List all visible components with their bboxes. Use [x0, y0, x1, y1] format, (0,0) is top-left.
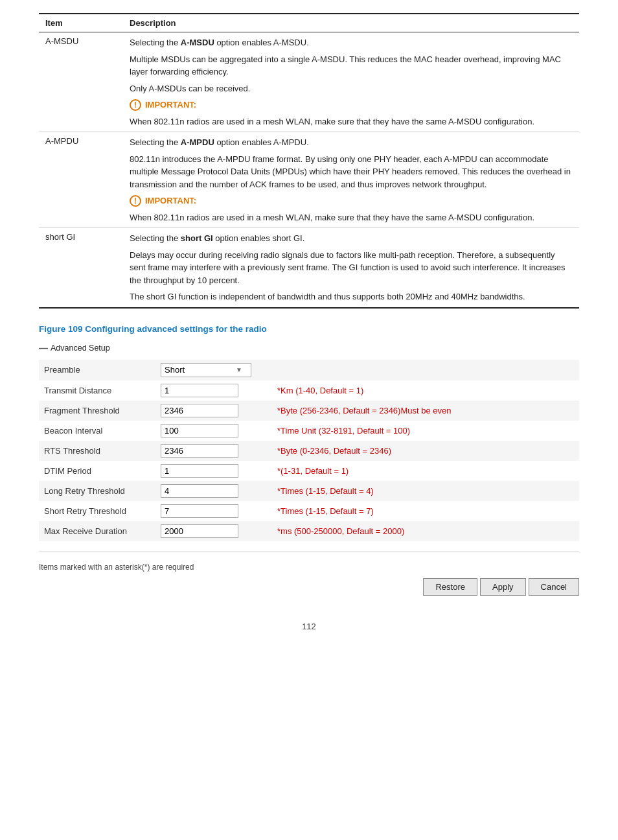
table-header-item: Item	[39, 14, 123, 32]
long-retry-threshold-input[interactable]	[161, 484, 238, 498]
advanced-setup-section: — Advanced Setup Preamble Short Long ▼	[39, 343, 579, 541]
form-field-beacon-interval[interactable]	[155, 421, 272, 441]
important-icon: !	[130, 99, 141, 111]
desc-para: Selecting the A-MPDU option enables A-MP…	[130, 136, 573, 149]
desc-para: Delays may occur during receiving radio …	[130, 249, 573, 287]
table-header-description: Description	[123, 14, 579, 32]
cancel-button[interactable]: Cancel	[529, 578, 579, 596]
button-row: Restore Apply Cancel	[39, 578, 579, 596]
form-row-dtim-period: DTIM Period *(1-31, Default = 1)	[39, 461, 579, 481]
apply-button[interactable]: Apply	[480, 578, 526, 596]
form-label-transmit-distance: Transmit Distance	[39, 380, 155, 401]
desc-para: Selecting the A-MSDU option enables A-MS…	[130, 36, 573, 49]
transmit-distance-input[interactable]	[161, 384, 238, 397]
form-hint-preamble	[272, 360, 579, 380]
form-hint-max-receive-duration: *ms (500-250000, Default = 2000)	[272, 521, 579, 541]
page-number: 112	[39, 622, 579, 631]
section-collapse-icon[interactable]: —	[39, 343, 48, 353]
form-label-long-retry-threshold: Long Retry Threshold	[39, 481, 155, 501]
dtim-period-input[interactable]	[161, 464, 238, 478]
description-table: Item Description A-MSDU Selecting the A-…	[39, 13, 579, 309]
form-row-fragment-threshold: Fragment Threshold *Byte (256-2346, Defa…	[39, 401, 579, 421]
form-hint-beacon-interval: *Time Unit (32-8191, Default = 100)	[272, 421, 579, 441]
form-label-max-receive-duration: Max Receive Duration	[39, 521, 155, 541]
desc-para: 802.11n introduces the A-MPDU frame form…	[130, 153, 573, 191]
chevron-down-icon: ▼	[233, 364, 246, 377]
form-label-preamble: Preamble	[39, 360, 155, 380]
form-hint-long-retry-threshold: *Times (1-15, Default = 4)	[272, 481, 579, 501]
desc-para: Multiple MSDUs can be aggregated into a …	[130, 53, 573, 78]
form-hint-transmit-distance: *Km (1-40, Default = 1)	[272, 380, 579, 401]
form-field-preamble[interactable]: Short Long ▼	[155, 360, 272, 380]
form-table: Preamble Short Long ▼ Transmit Distance	[39, 360, 579, 541]
important-label: IMPORTANT:	[145, 194, 196, 207]
form-field-fragment-threshold[interactable]	[155, 401, 272, 421]
form-field-dtim-period[interactable]	[155, 461, 272, 481]
table-row: A-MSDU Selecting the A-MSDU option enabl…	[39, 32, 579, 132]
item-ampdu: A-MPDU	[39, 132, 123, 228]
figure-title: Figure 109 Configuring advanced settings…	[39, 324, 579, 334]
desc-short-gi: Selecting the short GI option enables sh…	[123, 228, 579, 308]
item-short-gi: short GI	[39, 228, 123, 308]
important-box: ! IMPORTANT:	[130, 194, 573, 207]
preamble-select[interactable]: Short Long	[161, 364, 233, 376]
desc-para: The short GI function is independent of …	[130, 290, 573, 303]
form-hint-short-retry-threshold: *Times (1-15, Default = 7)	[272, 501, 579, 521]
required-note: Items marked with an asterisk(*) are req…	[39, 563, 579, 572]
section-label: Advanced Setup	[51, 344, 110, 353]
form-label-short-retry-threshold: Short Retry Threshold	[39, 501, 155, 521]
form-label-dtim-period: DTIM Period	[39, 461, 155, 481]
restore-button[interactable]: Restore	[423, 578, 477, 596]
form-label-beacon-interval: Beacon Interval	[39, 421, 155, 441]
table-row: short GI Selecting the short GI option e…	[39, 228, 579, 308]
form-row-transmit-distance: Transmit Distance *Km (1-40, Default = 1…	[39, 380, 579, 401]
form-hint-fragment-threshold: *Byte (256-2346, Default = 2346)Must be …	[272, 401, 579, 421]
rts-threshold-input[interactable]	[161, 444, 238, 458]
preamble-select-wrapper[interactable]: Short Long ▼	[161, 363, 251, 377]
desc-amsdu: Selecting the A-MSDU option enables A-MS…	[123, 32, 579, 132]
form-field-max-receive-duration[interactable]	[155, 521, 272, 541]
desc-para: Selecting the short GI option enables sh…	[130, 232, 573, 245]
table-row: A-MPDU Selecting the A-MPDU option enabl…	[39, 132, 579, 228]
form-field-short-retry-threshold[interactable]	[155, 501, 272, 521]
form-field-rts-threshold[interactable]	[155, 441, 272, 461]
important-box: ! IMPORTANT:	[130, 99, 573, 111]
form-row-short-retry-threshold: Short Retry Threshold *Times (1-15, Defa…	[39, 501, 579, 521]
important-label: IMPORTANT:	[145, 99, 196, 111]
form-row-long-retry-threshold: Long Retry Threshold *Times (1-15, Defau…	[39, 481, 579, 501]
form-label-fragment-threshold: Fragment Threshold	[39, 401, 155, 421]
form-field-long-retry-threshold[interactable]	[155, 481, 272, 501]
form-row-preamble: Preamble Short Long ▼	[39, 360, 579, 380]
form-row-max-receive-duration: Max Receive Duration *ms (500-250000, De…	[39, 521, 579, 541]
desc-para: Only A-MSDUs can be received.	[130, 82, 573, 95]
item-amsdu: A-MSDU	[39, 32, 123, 132]
section-header: — Advanced Setup	[39, 343, 579, 353]
important-icon: !	[130, 195, 141, 207]
desc-ampdu: Selecting the A-MPDU option enables A-MP…	[123, 132, 579, 228]
form-field-transmit-distance[interactable]	[155, 380, 272, 401]
fragment-threshold-input[interactable]	[161, 404, 238, 417]
desc-para: When 802.11n radios are used in a mesh W…	[130, 211, 573, 224]
form-label-rts-threshold: RTS Threshold	[39, 441, 155, 461]
short-retry-threshold-input[interactable]	[161, 504, 238, 518]
divider	[39, 552, 579, 552]
desc-para: When 802.11n radios are used in a mesh W…	[130, 115, 573, 128]
form-hint-rts-threshold: *Byte (0-2346, Default = 2346)	[272, 441, 579, 461]
beacon-interval-input[interactable]	[161, 424, 238, 438]
form-hint-dtim-period: *(1-31, Default = 1)	[272, 461, 579, 481]
max-receive-duration-input[interactable]	[161, 524, 238, 538]
form-row-rts-threshold: RTS Threshold *Byte (0-2346, Default = 2…	[39, 441, 579, 461]
form-row-beacon-interval: Beacon Interval *Time Unit (32-8191, Def…	[39, 421, 579, 441]
